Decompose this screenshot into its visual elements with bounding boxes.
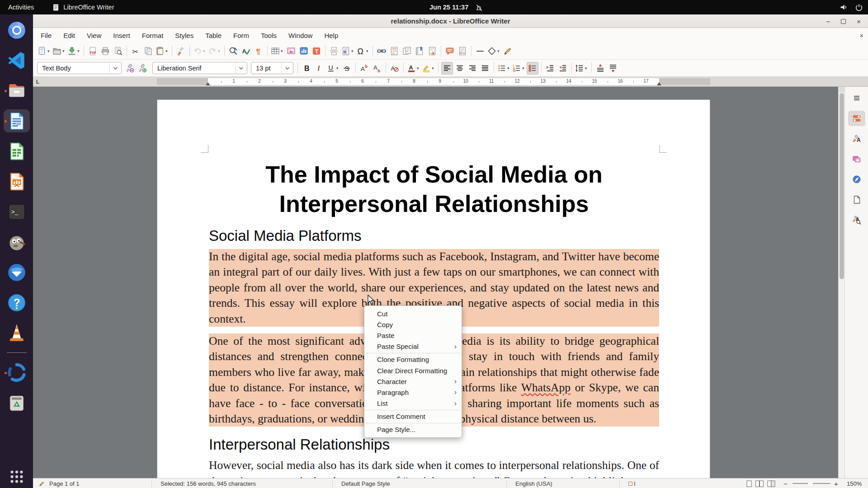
open-button[interactable]: ▾ bbox=[52, 45, 66, 57]
increase-indent-button[interactable] bbox=[544, 62, 556, 75]
menu-insert[interactable]: Insert bbox=[107, 28, 136, 42]
dropdown-arrow-icon[interactable]: ▾ bbox=[165, 49, 169, 53]
increase-paragraph-spacing-button[interactable] bbox=[594, 62, 606, 75]
window-titlebar[interactable]: relationship.docx - LibreOffice Writer −… bbox=[33, 14, 868, 28]
new-style-button[interactable] bbox=[137, 62, 148, 75]
minimize-button[interactable]: − bbox=[826, 18, 830, 25]
libreoffice-calc-launcher[interactable] bbox=[4, 140, 30, 163]
dropdown-arrow-icon[interactable]: ▾ bbox=[497, 49, 501, 53]
menu-view[interactable]: View bbox=[81, 28, 107, 42]
context-menu-item-clear-direct-formatting[interactable]: Clear Direct Formatting bbox=[364, 365, 462, 376]
zoom-slider-thumb[interactable] bbox=[808, 481, 813, 486]
context-menu-item-paragraph[interactable]: Paragraph› bbox=[364, 387, 462, 398]
context-menu-item-insert-comment[interactable]: Insert Comment bbox=[364, 411, 462, 422]
dropdown-arrow-icon[interactable]: ▾ bbox=[522, 66, 526, 70]
decrease-indent-button[interactable] bbox=[557, 62, 569, 75]
tab-stop-type-icon[interactable]: L bbox=[36, 79, 39, 84]
clone-formatting-button[interactable] bbox=[175, 45, 187, 57]
cross-reference-button[interactable] bbox=[426, 45, 438, 57]
sidebar-tab-page[interactable] bbox=[848, 192, 865, 207]
align-right-button[interactable] bbox=[467, 62, 478, 75]
export-pdf-button[interactable]: PDF bbox=[87, 45, 99, 57]
save-button[interactable]: ▾ bbox=[67, 45, 81, 57]
word-count-status[interactable]: Selected: 156 words, 945 characters bbox=[160, 479, 256, 488]
no-list-button[interactable] bbox=[527, 62, 538, 75]
ordered-list-button[interactable]: IIIIII▾ bbox=[512, 62, 526, 75]
zoom-in-button[interactable]: + bbox=[834, 479, 838, 488]
scrollbar-split-handle[interactable] bbox=[839, 87, 844, 93]
insert-endnote-button[interactable] bbox=[401, 45, 413, 57]
insert-chart-button[interactable] bbox=[298, 45, 310, 57]
insert-field-button[interactable]: ▾ bbox=[341, 45, 355, 57]
dropdown-arrow-icon[interactable]: ▾ bbox=[218, 49, 222, 53]
close-button[interactable]: × bbox=[857, 18, 861, 25]
clock-menu[interactable]: Jun 25 11:37 bbox=[429, 0, 483, 14]
focused-app-menu[interactable]: LibreOffice Writer bbox=[52, 4, 114, 11]
help-launcher[interactable]: ? bbox=[4, 291, 30, 314]
context-menu-item-copy[interactable]: Copy bbox=[364, 319, 462, 330]
chevron-down-icon[interactable] bbox=[109, 62, 121, 74]
dropdown-arrow-icon[interactable]: ▾ bbox=[585, 66, 589, 70]
align-left-button[interactable] bbox=[441, 62, 453, 75]
terminal-launcher[interactable]: >_ bbox=[4, 200, 30, 223]
paragraph-3[interactable]: However, social media also has its dark … bbox=[209, 458, 659, 478]
show-draw-functions-button[interactable] bbox=[502, 45, 514, 57]
menu-file[interactable]: File bbox=[35, 28, 57, 42]
new-document-button[interactable]: ▾ bbox=[37, 45, 51, 57]
sidebar-tab-properties[interactable] bbox=[848, 111, 865, 126]
language-status[interactable]: English (USA) bbox=[515, 479, 552, 488]
page-break-button[interactable] bbox=[328, 45, 340, 57]
menu-form[interactable]: Form bbox=[227, 28, 255, 42]
menu-tools[interactable]: Tools bbox=[255, 28, 283, 42]
copy-button[interactable] bbox=[142, 45, 154, 57]
print-button[interactable] bbox=[99, 45, 111, 57]
menu-format[interactable]: Format bbox=[136, 28, 170, 42]
context-menu-item-paste-special[interactable]: Paste Special› bbox=[364, 341, 462, 352]
find-replace-button[interactable] bbox=[227, 45, 239, 57]
insert-comment-button[interactable] bbox=[444, 45, 456, 57]
sidebar-tab-gallery[interactable] bbox=[848, 151, 865, 167]
superscript-button[interactable]: Ab bbox=[359, 62, 370, 75]
sidebar-tab-navigator[interactable] bbox=[848, 172, 865, 187]
system-status-area[interactable] bbox=[839, 0, 863, 14]
insert-image-button[interactable] bbox=[285, 45, 297, 57]
files-launcher[interactable] bbox=[4, 79, 30, 102]
dropdown-arrow-icon[interactable]: ▾ bbox=[77, 49, 81, 53]
sidebar-tab-style-inspector[interactable]: A bbox=[848, 212, 865, 228]
strikethrough-button[interactable]: S bbox=[341, 62, 353, 75]
zoom-slider[interactable] bbox=[793, 483, 830, 484]
menu-table[interactable]: Table bbox=[199, 28, 227, 42]
menu-styles[interactable]: Styles bbox=[169, 28, 199, 42]
scrollbar-thumb[interactable] bbox=[840, 93, 844, 279]
dropdown-arrow-icon[interactable]: ▾ bbox=[281, 49, 284, 53]
italic-button[interactable]: I bbox=[313, 62, 325, 75]
insert-bookmark-button[interactable] bbox=[414, 45, 425, 57]
zoom-level[interactable]: 150% bbox=[847, 479, 862, 488]
modified-status-icon[interactable] bbox=[38, 479, 45, 488]
context-menu-item-page-style[interactable]: Page Style... bbox=[364, 424, 462, 435]
context-menu-item-paste[interactable]: Paste bbox=[364, 330, 462, 341]
subscript-button[interactable]: Ab bbox=[371, 62, 383, 75]
libreoffice-writer-launcher[interactable] bbox=[4, 109, 30, 132]
horizontal-line-button[interactable] bbox=[474, 45, 486, 57]
vscode-launcher[interactable] bbox=[4, 49, 30, 72]
page-style-status[interactable]: Default Page Style bbox=[341, 479, 390, 488]
update-style-button[interactable] bbox=[124, 62, 136, 75]
context-menu-item-list[interactable]: List› bbox=[364, 398, 462, 409]
chevron-down-icon[interactable] bbox=[235, 62, 247, 74]
heading-social-media-platforms[interactable]: Social Media Platforms bbox=[209, 227, 659, 245]
font-size-combo[interactable]: 13 pt bbox=[251, 62, 293, 74]
insert-table-button[interactable]: ▾ bbox=[270, 45, 284, 57]
decrease-paragraph-spacing-button[interactable] bbox=[607, 62, 619, 75]
bold-button[interactable]: B bbox=[301, 62, 312, 75]
page-count-status[interactable]: Page 1 of 1 bbox=[49, 479, 80, 488]
sidebar-tab-styles[interactable]: A bbox=[848, 131, 865, 146]
font-name-combo[interactable]: Liberation Serif bbox=[152, 62, 247, 74]
book-view-icon[interactable] bbox=[767, 480, 775, 487]
dropdown-arrow-icon[interactable]: ▾ bbox=[203, 49, 207, 53]
context-menu-item-character[interactable]: Character› bbox=[364, 376, 462, 387]
menu-help[interactable]: Help bbox=[318, 28, 344, 42]
libreoffice-impress-launcher[interactable] bbox=[4, 170, 30, 193]
dropdown-arrow-icon[interactable]: ▾ bbox=[507, 66, 511, 70]
vertical-scrollbar[interactable] bbox=[838, 87, 844, 478]
